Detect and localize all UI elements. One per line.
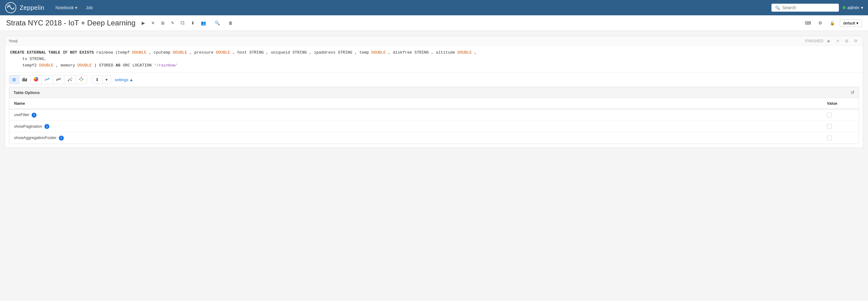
cell-settings-button[interactable]: ⚙ <box>852 38 859 44</box>
table-row: showAggregationFooter i <box>9 132 859 144</box>
zeppelin-logo-icon <box>5 2 17 13</box>
svg-line-18 <box>81 79 83 81</box>
cell-type: %sql <box>9 39 18 43</box>
notebook-settings-button[interactable]: ⚙ <box>816 19 825 28</box>
row-3-checkbox[interactable] <box>827 136 832 140</box>
code-line-2: ts STRING, <box>10 56 858 63</box>
row-2-value <box>822 121 859 132</box>
row-2-checkbox[interactable] <box>827 124 832 129</box>
keyboard-shortcut-button[interactable]: ⌨ <box>802 19 813 28</box>
chevron-down-icon: ▾ <box>75 5 77 10</box>
settings-table-header-row: Name Value <box>9 98 859 109</box>
viz-download-button[interactable]: ⬇ <box>92 76 102 83</box>
row-1-name: useFilter i <box>9 109 822 121</box>
admin-badge[interactable]: admin ▾ <box>842 5 863 10</box>
notebook-header: Strata NYC 2018 - IoT + Deep Learning ▶ … <box>0 15 868 31</box>
viz-bar-button[interactable] <box>19 75 31 84</box>
notebook-title-area: Strata NYC 2018 - IoT + Deep Learning ▶ … <box>6 19 235 28</box>
viz-table-button[interactable]: ⊞ <box>9 75 19 84</box>
svg-point-8 <box>71 77 72 78</box>
clone-button[interactable]: ⿻ <box>178 19 187 28</box>
collaborators-button[interactable]: 👥 <box>198 19 209 28</box>
interpreter-default-button[interactable]: default ▾ <box>840 19 862 27</box>
show-hide-editor-button[interactable]: ⊞ <box>158 19 167 28</box>
search-box[interactable]: 🔍 <box>771 4 839 12</box>
row-3-info-icon[interactable]: i <box>59 136 64 140</box>
notebook-lock-button[interactable]: 🔒 <box>827 19 837 28</box>
row-2-checkbox-cell <box>827 124 854 129</box>
row-3-name: showAggregationFooter i <box>9 132 822 144</box>
default-label: default <box>843 21 855 25</box>
viz-scatter-button[interactable] <box>64 75 76 84</box>
admin-status-dot <box>842 6 846 9</box>
row-1-checkbox[interactable] <box>827 113 832 118</box>
table-row: showPagination i <box>9 121 859 132</box>
table-row: useFilter i <box>9 109 859 121</box>
settings-refresh-button[interactable]: ↺ <box>850 90 855 95</box>
svg-point-6 <box>69 78 70 79</box>
code-line-3: tempf2 DOUBLE , memory DOUBLE ) STORED A… <box>10 63 858 69</box>
settings-panel-title: Table Options <box>13 90 40 95</box>
stop-button[interactable]: ✕ <box>149 19 157 28</box>
viz-toolbar: ⊞ <box>5 73 863 87</box>
viz-network-button[interactable] <box>76 75 87 84</box>
run-all-button[interactable]: ▶ <box>139 19 148 28</box>
svg-line-17 <box>80 79 81 81</box>
svg-rect-4 <box>26 78 27 81</box>
cell-header: %sql FINISHED ▶ ✕ ⊞ ⚙ <box>5 36 863 46</box>
viz-download-dropdown-button[interactable]: ▾ <box>102 76 111 83</box>
notebook-right-toolbar: ⌨ ⚙ 🔒 default ▾ <box>802 19 862 28</box>
topnav: Zeppelin Notebook ▾ Job 🔍 admin ▾ <box>0 0 868 15</box>
search-input[interactable] <box>782 5 835 10</box>
admin-label: admin <box>847 5 859 10</box>
notebook-title: Strata NYC 2018 - IoT + Deep Learning <box>6 19 135 27</box>
col-header-value: Value <box>822 98 859 109</box>
logo-area: Zeppelin <box>5 2 44 13</box>
settings-link[interactable]: settings ▲ <box>115 77 133 82</box>
nav-links: Notebook ▾ Job <box>52 3 771 12</box>
svg-point-7 <box>70 79 71 80</box>
svg-point-9 <box>68 80 69 81</box>
cell-status-area: FINISHED ▶ ✕ ⊞ ⚙ <box>805 38 859 44</box>
row-1-checkbox-cell <box>827 113 854 118</box>
notebook-search-button[interactable]: 🔍 <box>212 19 222 28</box>
settings-table: Name Value useFilter i <box>9 98 859 144</box>
row-1-value <box>822 109 859 121</box>
viz-line-button[interactable] <box>53 75 64 84</box>
svg-line-15 <box>80 78 81 79</box>
viz-pie-button[interactable] <box>31 75 42 84</box>
svg-line-16 <box>81 78 83 79</box>
logo-text: Zeppelin <box>20 4 44 11</box>
row-1-info-icon[interactable]: i <box>32 113 36 118</box>
notebook-delete-button[interactable]: 🗑 <box>226 19 235 28</box>
viz-type-group: ⊞ <box>9 75 87 84</box>
row-2-name: showPagination i <box>9 121 822 132</box>
main-content: %sql FINISHED ▶ ✕ ⊞ ⚙ CREATE EXTERNAL TA… <box>0 31 868 157</box>
row-2-info-icon[interactable]: i <box>44 124 49 129</box>
settings-label: settings <box>115 77 128 82</box>
svg-rect-1 <box>22 78 23 81</box>
settings-panel: Table Options ↺ Name Value useFilter i <box>9 87 859 144</box>
export-button[interactable]: ⬇ <box>189 19 197 28</box>
settings-chevron-icon: ▲ <box>129 77 133 82</box>
code-area[interactable]: CREATE EXTERNAL TABLE IF NOT EXISTS rain… <box>5 46 863 73</box>
admin-dropdown-icon: ▾ <box>861 5 863 10</box>
cell-stop-button[interactable]: ✕ <box>835 38 841 44</box>
nav-job[interactable]: Job <box>82 3 97 12</box>
cell-status: FINISHED <box>805 39 824 43</box>
row-3-checkbox-cell <box>827 136 854 140</box>
search-icon: 🔍 <box>775 5 780 10</box>
viz-area-button[interactable] <box>42 75 53 84</box>
settings-panel-header: Table Options ↺ <box>9 87 859 98</box>
col-header-name: Name <box>9 98 822 109</box>
nav-notebook[interactable]: Notebook ▾ <box>52 3 81 12</box>
edit-button[interactable]: ✎ <box>168 19 177 28</box>
cell-run-button[interactable]: ▶ <box>826 38 832 44</box>
nav-right: 🔍 admin ▾ <box>771 4 863 12</box>
row-3-value <box>822 132 859 144</box>
svg-rect-3 <box>25 79 26 81</box>
svg-rect-2 <box>24 77 25 81</box>
cell-show-editor-button[interactable]: ⊞ <box>843 38 850 44</box>
svg-point-10 <box>71 80 72 81</box>
code-line-1: CREATE EXTERNAL TABLE IF NOT EXISTS rain… <box>10 49 858 56</box>
